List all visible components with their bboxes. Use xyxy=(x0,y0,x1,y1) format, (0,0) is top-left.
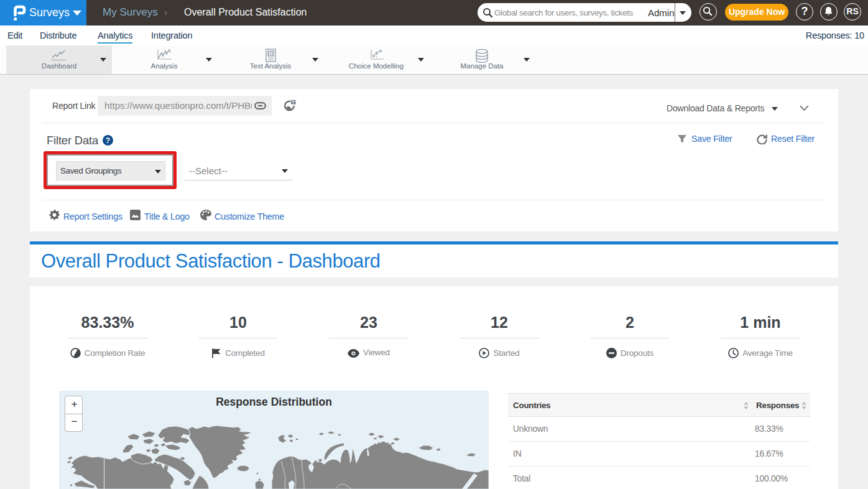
svg-text:?: ? xyxy=(106,136,110,145)
